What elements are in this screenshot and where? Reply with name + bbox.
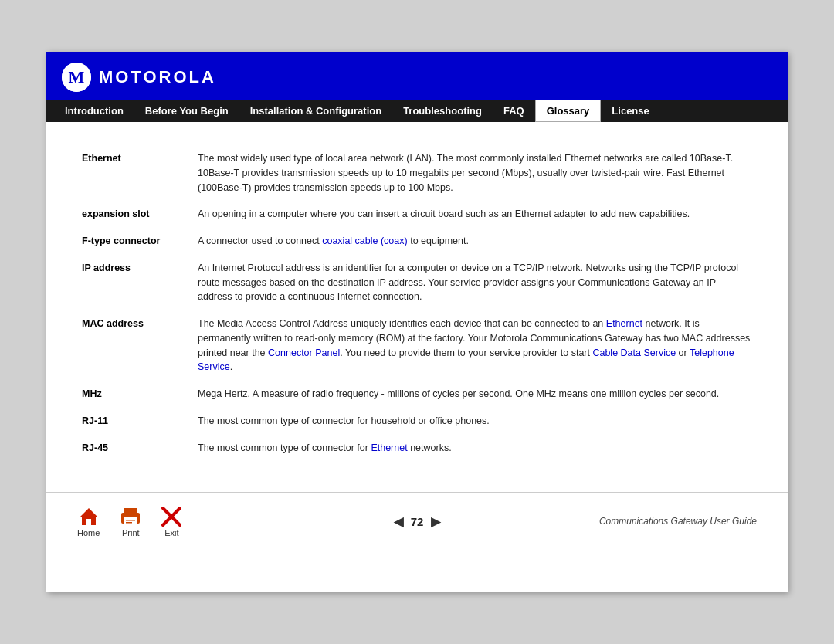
glossary-row-expansion-slot: expansion slot An opening in a computer …: [77, 201, 757, 228]
page-number: 72: [411, 515, 424, 528]
nav-license[interactable]: License: [601, 100, 659, 122]
term-ip-address: IP address: [77, 255, 193, 310]
def-ip-address: An Internet Protocol address is an ident…: [193, 255, 757, 310]
nav-introduction[interactable]: Introduction: [54, 100, 134, 122]
motorola-circle-icon: M: [62, 63, 91, 92]
print-icon: [118, 507, 143, 527]
home-icon: [78, 505, 100, 527]
link-cable-data-service[interactable]: Cable Data Service: [592, 347, 676, 358]
print-button[interactable]: Print: [118, 507, 143, 537]
glossary-table: Ethernet The most widely used type of lo…: [77, 145, 757, 461]
footer-left: Home Print Exit: [77, 505, 303, 537]
home-button[interactable]: Home: [77, 505, 100, 537]
mac-text-5: .: [230, 361, 232, 372]
link-ethernet-mac[interactable]: Ethernet: [606, 318, 642, 329]
next-page-button[interactable]: ▶: [431, 514, 440, 529]
def-mac-address: The Media Access Control Address uniquel…: [193, 310, 757, 381]
print-label: Print: [122, 528, 140, 537]
footer-guide-title: Communications Gateway User Guide: [531, 516, 757, 527]
motorola-text: MOTOROLA: [99, 67, 216, 87]
mac-text-1: The Media Access Control Address uniquel…: [198, 318, 606, 329]
exit-button[interactable]: Exit: [161, 507, 181, 537]
term-rj11: RJ-11: [77, 408, 193, 435]
term-mhz: MHz: [77, 381, 193, 408]
glossary-row-ethernet: Ethernet The most widely used type of lo…: [77, 145, 757, 201]
def-ethernet: The most widely used type of local area …: [193, 145, 757, 201]
svg-rect-6: [126, 520, 135, 521]
term-expansion-slot: expansion slot: [77, 201, 193, 228]
footer: Home Print Exit: [46, 492, 788, 550]
glossary-row-mac: MAC address The Media Access Control Add…: [77, 310, 757, 381]
nav-troubleshooting[interactable]: Troubleshooting: [392, 100, 493, 122]
def-rj45-prefix: The most common type of connector for: [198, 442, 371, 453]
content-area: Ethernet The most widely used type of lo…: [46, 122, 788, 476]
prev-page-button[interactable]: ◀: [394, 514, 403, 529]
header: M MOTOROLA: [46, 52, 788, 100]
page-container: M MOTOROLA Introduction Before You Begin…: [46, 52, 788, 592]
nav-glossary[interactable]: Glossary: [535, 100, 602, 122]
nav-installation[interactable]: Installation & Configuration: [239, 100, 392, 122]
glossary-row-rj45: RJ-45 The most common type of connector …: [77, 435, 757, 462]
svg-marker-2: [80, 508, 98, 525]
nav-faq[interactable]: FAQ: [493, 100, 535, 122]
def-expansion-slot: An opening in a computer where you can i…: [193, 201, 757, 228]
glossary-row-ftype: F-type connector A connector used to con…: [77, 228, 757, 255]
def-ftype-suffix: to equipment.: [408, 236, 469, 246]
svg-text:M: M: [69, 67, 85, 86]
exit-label: Exit: [164, 528, 178, 537]
term-ftype: F-type connector: [77, 228, 193, 255]
glossary-row-rj11: RJ-11 The most common type of connector …: [77, 408, 757, 435]
home-label: Home: [77, 528, 100, 537]
glossary-row-ip: IP address An Internet Protocol address …: [77, 255, 757, 310]
def-ftype: A connector used to connect coaxial cabl…: [193, 228, 757, 255]
def-mhz: Mega Hertz. A measure of radio frequency…: [193, 381, 757, 408]
def-rj11: The most common type of connector for ho…: [193, 408, 757, 435]
term-ethernet: Ethernet: [77, 145, 193, 201]
def-ftype-prefix: A connector used to connect: [198, 236, 322, 246]
exit-icon: [161, 507, 181, 527]
mac-text-3: . You need to provide them to your servi…: [340, 347, 592, 358]
nav-before-you-begin[interactable]: Before You Begin: [134, 100, 239, 122]
mac-text-4: or: [676, 347, 690, 358]
nav-bar: Introduction Before You Begin Installati…: [46, 100, 788, 122]
svg-rect-7: [126, 522, 132, 524]
glossary-row-mhz: MHz Mega Hertz. A measure of radio frequ…: [77, 381, 757, 408]
term-rj45: RJ-45: [77, 435, 193, 462]
footer-nav: ◀ 72 ▶: [303, 514, 530, 529]
motorola-logo: M MOTOROLA: [62, 63, 216, 92]
svg-rect-4: [124, 508, 137, 514]
def-rj45-suffix: networks.: [408, 442, 452, 453]
link-coaxial-cable[interactable]: coaxial cable (coax): [322, 236, 407, 246]
def-rj45: The most common type of connector for Et…: [193, 435, 757, 462]
guide-title-text: Communications Gateway User Guide: [599, 516, 757, 527]
term-mac-address: MAC address: [77, 310, 193, 381]
link-ethernet-rj45[interactable]: Ethernet: [371, 442, 407, 453]
link-connector-panel[interactable]: Connector Panel: [268, 347, 340, 358]
